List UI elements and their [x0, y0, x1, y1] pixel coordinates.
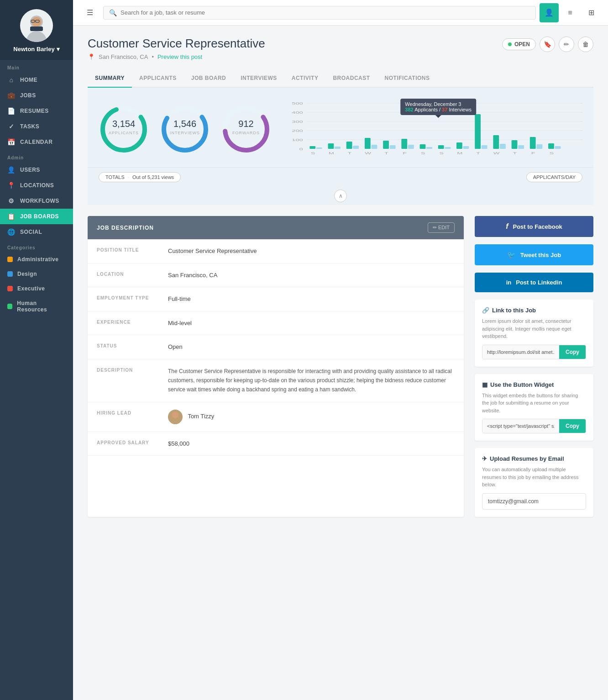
administrative-color-dot — [7, 257, 13, 262]
job-header-left: Customer Service Representative 📍 San Fr… — [88, 37, 265, 60]
svg-rect-47 — [456, 142, 462, 149]
human-resources-color-dot — [7, 304, 12, 309]
topbar: ☰ 🔍 👤 ≡ ⊞ — [73, 0, 608, 26]
svg-rect-35 — [346, 142, 352, 149]
sidebar-item-home[interactable]: ⌂ HOME — [0, 72, 73, 88]
job-title: Customer Service Representative — [88, 37, 265, 51]
copy-widget-button[interactable]: Copy — [559, 419, 586, 433]
grid-view-button[interactable]: ⊞ — [582, 3, 601, 22]
locations-icon: 📍 — [7, 182, 16, 189]
svg-text:0: 0 — [299, 147, 304, 151]
chevron-up-icon: ∧ — [339, 193, 343, 199]
users-icon: 👤 — [7, 166, 16, 174]
post-to-facebook-button[interactable]: f Post to Facebook — [475, 216, 593, 237]
list-view-button[interactable]: ≡ — [561, 3, 580, 22]
svg-rect-43 — [420, 144, 426, 149]
add-person-button[interactable]: 👤 — [540, 3, 559, 22]
two-col-layout: JOB DESCRIPTION ✏ EDIT POSITION TITLE Cu… — [88, 205, 593, 517]
grid-icon: ⊞ — [588, 8, 594, 17]
collapse-button[interactable]: ∧ — [88, 187, 593, 205]
tab-broadcast[interactable]: BROADCAST — [325, 69, 377, 88]
search-input[interactable] — [121, 9, 530, 16]
executive-color-dot — [7, 286, 13, 291]
job-header: Customer Service Representative 📍 San Fr… — [88, 37, 593, 60]
content-area: Customer Service Representative 📍 San Fr… — [73, 26, 608, 700]
sidebar-item-users[interactable]: 👤 USERS — [0, 162, 73, 178]
tab-applicants[interactable]: APPLICANTS — [132, 69, 184, 88]
status-dot — [508, 42, 512, 46]
job-description-card: JOB DESCRIPTION ✏ EDIT POSITION TITLE Cu… — [88, 216, 464, 517]
tab-summary[interactable]: SUMMARY — [88, 69, 132, 88]
avatar — [20, 9, 53, 42]
forwards-donut: 912 FORWARDS — [221, 104, 271, 154]
tab-job-board[interactable]: JOB BOARD — [184, 69, 234, 88]
sidebar-item-jobs[interactable]: 💼 JOBS — [0, 88, 73, 103]
field-experience: EXPERIENCE Mid-level — [88, 311, 464, 336]
svg-text:T: T — [513, 151, 517, 155]
link-desc: Lorem ipsum dolor sit amet, consectetur … — [482, 317, 586, 340]
post-to-linkedin-button[interactable]: in Post to Linkedin — [475, 273, 593, 292]
widget-section: ▦ Use the Button Widget This widget embe… — [475, 374, 593, 441]
edit-description-button[interactable]: ✏ EDIT — [428, 222, 455, 233]
sidebar-item-tasks[interactable]: ✓ TASKS — [0, 119, 73, 134]
svg-text:S: S — [311, 151, 315, 155]
link-url-input[interactable] — [482, 345, 559, 359]
svg-text:W: W — [493, 151, 500, 155]
tweet-this-job-button[interactable]: 🐦 Tweet this Job — [475, 244, 593, 265]
link-copy-row: Copy — [482, 345, 586, 359]
applicants-day-button[interactable]: APPLICANTS/DAY — [526, 172, 582, 182]
sidebar-item-human-resources[interactable]: Human Resources — [0, 296, 73, 317]
svg-rect-37 — [365, 138, 371, 149]
sidebar-item-social[interactable]: 🌐 SOCIAL — [0, 224, 73, 240]
sidebar-item-design[interactable]: Design — [0, 267, 73, 281]
calendar-icon: 📅 — [7, 138, 16, 146]
svg-text:F: F — [531, 151, 535, 155]
sidebar-item-job-boards[interactable]: 📋 JOB BOARDS — [0, 209, 73, 224]
svg-text:INTERVIEWS: INTERVIEWS — [170, 131, 200, 135]
applicants-donut: 3,154 APPLICANTS — [99, 104, 149, 154]
preview-link[interactable]: Preview this post — [157, 53, 202, 60]
edit-icon: ✏ — [564, 41, 569, 48]
menu-button[interactable]: ☰ — [80, 3, 100, 22]
search-bar: 🔍 — [103, 6, 536, 20]
sidebar-section-categories-label: Categories — [0, 240, 73, 252]
bookmark-icon: 🔖 — [544, 41, 551, 48]
svg-rect-54 — [518, 145, 524, 149]
status-badge[interactable]: OPEN — [502, 38, 536, 50]
sidebar-item-locations[interactable]: 📍 LOCATIONS — [0, 178, 73, 193]
sidebar-item-administrative[interactable]: Administrative — [0, 252, 73, 267]
tab-activity[interactable]: ACTIVITY — [284, 69, 326, 88]
svg-rect-42 — [408, 145, 414, 149]
delete-button[interactable]: 🗑 — [578, 37, 593, 52]
svg-rect-56 — [536, 144, 542, 149]
sidebar-item-workflows[interactable]: ⚙ WORKFLOWS — [0, 193, 73, 209]
bookmark-button[interactable]: 🔖 — [540, 37, 555, 52]
home-icon: ⌂ — [7, 76, 16, 84]
tab-notifications[interactable]: NOTIFICATIONS — [377, 69, 437, 88]
sidebar: Newton Barley ▾ Main ⌂ HOME 💼 JOBS 📄 RES… — [0, 0, 73, 700]
widget-section-title: ▦ Use the Button Widget — [482, 381, 586, 388]
sidebar-item-executive[interactable]: Executive — [0, 281, 73, 296]
edit-button[interactable]: ✏ — [559, 37, 574, 52]
svg-text:S: S — [421, 151, 425, 155]
svg-text:3,154: 3,154 — [112, 119, 135, 129]
svg-rect-58 — [555, 146, 561, 149]
svg-text:300: 300 — [292, 120, 303, 124]
sidebar-section-admin-label: Admin — [0, 150, 73, 162]
svg-text:T: T — [348, 151, 352, 155]
widget-code-input[interactable] — [482, 419, 559, 433]
field-description: DESCRIPTION The Customer Service Represe… — [88, 359, 464, 402]
svg-rect-50 — [482, 145, 487, 149]
email-icon: ✈ — [482, 455, 487, 462]
svg-rect-55 — [530, 137, 536, 149]
linkedin-icon: in — [506, 279, 512, 286]
svg-text:1,546: 1,546 — [173, 119, 196, 129]
email-address-input[interactable] — [482, 493, 586, 510]
sidebar-item-calendar[interactable]: 📅 CALENDAR — [0, 134, 73, 150]
copy-link-button[interactable]: Copy — [559, 345, 586, 359]
svg-rect-32 — [316, 147, 322, 149]
tab-interviews[interactable]: INTERVIEWS — [233, 69, 284, 88]
sidebar-item-resumes[interactable]: 📄 RESUMES — [0, 103, 73, 119]
field-status: STATUS Open — [88, 335, 464, 359]
username[interactable]: Newton Barley ▾ — [13, 46, 59, 53]
